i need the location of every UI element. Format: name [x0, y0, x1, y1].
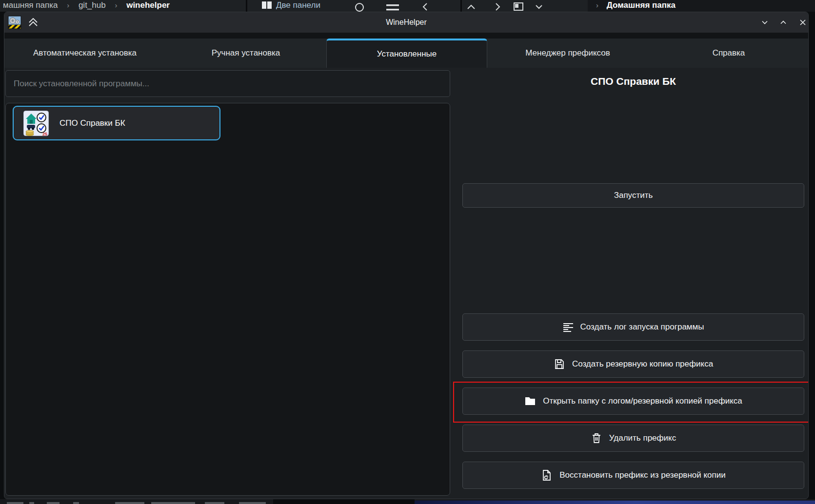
right-breadcrumb[interactable]: › Домашняя папка — [596, 0, 676, 10]
maximize-button[interactable] — [779, 19, 787, 26]
minimize-button[interactable] — [761, 19, 769, 26]
log-lines-icon — [563, 322, 574, 332]
window-title: WineHelper — [4, 12, 808, 33]
installed-programs-list: 25 СПО Справки БК — [5, 103, 450, 496]
back-icon[interactable] — [421, 1, 429, 11]
forward-icon[interactable] — [494, 1, 501, 11]
floppy-save-icon — [554, 358, 565, 370]
bottom-strip-blue-window — [415, 501, 815, 504]
spravki-bk-program-icon: 25 — [23, 111, 49, 136]
run-button[interactable]: Запустить — [462, 183, 804, 208]
breadcrumb-chevron-icon: › — [115, 1, 117, 9]
trash-icon — [591, 432, 602, 444]
hamburger-menu-icon[interactable] — [385, 1, 400, 12]
program-name: СПО Справки БК — [60, 118, 125, 128]
panel-view-icon[interactable] — [513, 1, 524, 11]
tab-manual-install[interactable]: Ручная установка — [165, 39, 326, 68]
folder-icon — [524, 395, 536, 407]
breadcrumb-winehelper[interactable]: winehelper — [126, 0, 170, 10]
selected-program-title: СПО Справки БК — [462, 76, 804, 87]
dual-panel-button[interactable]: Две панели — [261, 0, 320, 10]
winehelper-gears-hazard-icon[interactable] — [8, 16, 21, 29]
create-backup-button[interactable]: Создать резервную копию префикса — [462, 350, 804, 378]
keep-above-icon[interactable] — [27, 18, 39, 27]
close-button[interactable] — [799, 19, 807, 26]
titlebar[interactable]: WineHelper — [4, 12, 808, 33]
tab-prefix-manager[interactable]: Менеджер префиксов — [487, 39, 648, 68]
delete-prefix-button[interactable]: Удалить префикс — [462, 425, 804, 452]
breadcrumb-github[interactable]: git_hub — [79, 0, 106, 10]
bottom-strip-dark — [273, 499, 415, 504]
restore-prefix-button[interactable]: Восстановить префикс из резервной копии — [462, 462, 804, 489]
tab-help[interactable]: Справка — [648, 39, 809, 68]
background-file-manager-toolbar: машняя папка › git_hub › winehelper Две … — [0, 0, 815, 12]
toolbar-divider — [460, 0, 462, 12]
chevron-down-icon[interactable] — [535, 1, 543, 11]
tabbar-gap — [4, 33, 808, 39]
search-input[interactable] — [5, 70, 450, 97]
background-bottom-strip — [0, 499, 815, 504]
breadcrumb[interactable]: машняя папка › git_hub › winehelper — [3, 0, 170, 10]
breadcrumb-home[interactable]: машняя папка — [3, 0, 58, 10]
search-icon[interactable] — [354, 1, 365, 12]
tab-installed[interactable]: Установленные — [326, 39, 487, 68]
breadcrumb-chevron-icon: › — [596, 1, 598, 9]
tab-auto-install[interactable]: Автоматическая установка — [4, 39, 165, 68]
open-folder-button[interactable]: Открыть папку с логом/резервной копией п… — [462, 388, 804, 415]
toolbar-divider — [246, 0, 247, 12]
create-log-button[interactable]: Создать лог запуска программы — [462, 313, 804, 341]
split-view-icon — [261, 0, 272, 10]
document-restore-icon — [541, 469, 553, 481]
svg-text:25: 25 — [42, 132, 47, 136]
list-item-program[interactable]: 25 СПО Справки БК — [13, 106, 220, 140]
up-icon[interactable] — [466, 1, 476, 11]
winehelper-window: WineHelper — [4, 12, 809, 499]
tab-bar: Автоматическая установка Ручная установк… — [4, 39, 808, 68]
breadcrumb-chevron-icon: › — [67, 1, 69, 9]
